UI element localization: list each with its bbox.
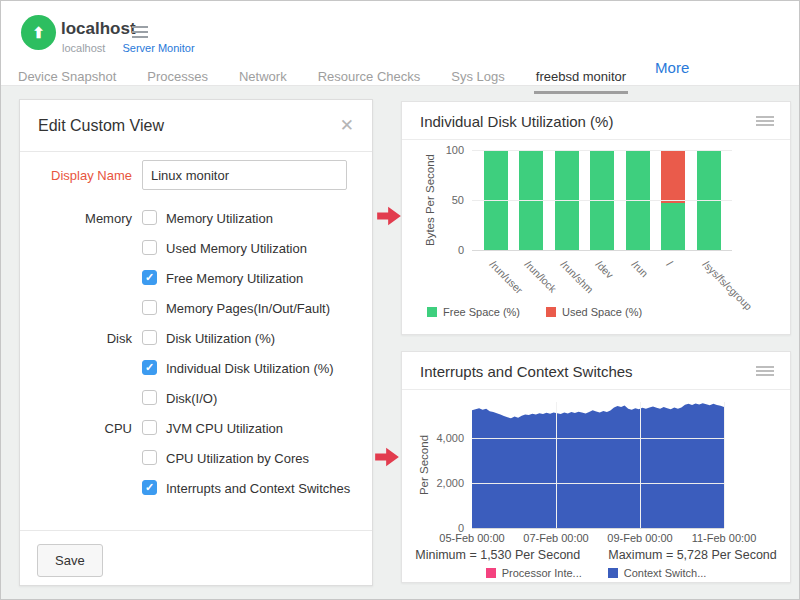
- minimum-value: Minimum = 1,530 Per Second: [415, 548, 580, 562]
- maximum-value: Maximum = 5,728 Per Second: [608, 548, 777, 562]
- dialog-title: Edit Custom View: [38, 117, 164, 135]
- x-axis-label: /run: [629, 258, 650, 279]
- y-axis-tick: 4,000: [430, 432, 464, 444]
- metric-label: Disk Utilization (%): [166, 331, 275, 346]
- x-axis-label: /sys/fs/cgroup: [700, 258, 754, 312]
- chart-legend: Free Space (%)Used Space (%): [427, 306, 642, 318]
- metric-label: JVM CPU Utilization: [166, 421, 283, 436]
- tab-processes[interactable]: Processes: [145, 69, 210, 94]
- legend-item: Processor Inte...: [486, 567, 582, 579]
- unchecked-checkbox[interactable]: [142, 420, 157, 435]
- gridline: [724, 402, 725, 528]
- metric-label: Disk(I/O): [166, 391, 217, 406]
- legend-item: Free Space (%): [427, 306, 520, 318]
- unchecked-checkbox[interactable]: [142, 450, 157, 465]
- close-icon[interactable]: ✕: [340, 117, 354, 134]
- metric-label: Memory Pages(In/Out/Fault): [166, 301, 330, 316]
- display-name-label: Display Name: [20, 168, 132, 183]
- min-max-summary: Minimum = 1,530 Per Second Maximum = 5,7…: [402, 548, 790, 562]
- metric-row: Disk(I/O): [20, 384, 372, 414]
- area-chart-svg: [472, 402, 724, 528]
- metric-label: Individual Disk Utilization (%): [166, 361, 334, 376]
- tab-bar: Device SnapshotProcessesNetworkResource …: [1, 53, 799, 86]
- tab-freebsd-monitor[interactable]: freebsd monitor: [534, 69, 628, 94]
- edit-custom-view-dialog: Edit Custom View ✕ Display Name MemoryMe…: [19, 99, 373, 586]
- gridline: [472, 250, 732, 251]
- arrow-right-icon: [372, 446, 402, 468]
- gridline: [472, 528, 724, 529]
- free-space-segment: [661, 203, 685, 250]
- tab-more[interactable]: More: [655, 59, 689, 85]
- legend-swatch: [427, 307, 437, 317]
- chart-title: Individual Disk Utilization (%): [420, 113, 613, 130]
- x-axis-label: /run/shm: [558, 258, 595, 295]
- chart-title: Interrupts and Context Switches: [420, 363, 633, 380]
- hamburger-icon[interactable]: [132, 26, 148, 41]
- legend-item: Context Switch...: [608, 567, 707, 579]
- x-axis-label: /run/user: [487, 258, 525, 296]
- display-name-row: Display Name: [20, 160, 372, 190]
- gridline: [640, 402, 641, 528]
- chart-menu-icon[interactable]: [756, 366, 774, 378]
- checked-checkbox[interactable]: [142, 480, 157, 495]
- up-arrow-icon: ⬆: [32, 25, 45, 40]
- save-button[interactable]: Save: [37, 544, 103, 577]
- metric-checkbox-list: MemoryMemory UtilizationUsed Memory Util…: [20, 204, 372, 504]
- metric-label: Free Memory Utilization: [166, 271, 303, 286]
- dialog-footer: Save: [20, 530, 372, 586]
- interrupts-chart-panel: Interrupts and Context Switches Per Seco…: [401, 351, 791, 583]
- legend-swatch: [608, 568, 618, 578]
- gridline: [472, 438, 724, 439]
- metric-row: Individual Disk Utilization (%): [20, 354, 372, 384]
- x-axis-label: /run/lock: [523, 258, 560, 295]
- chart-header: Individual Disk Utilization (%): [402, 102, 790, 140]
- checked-checkbox[interactable]: [142, 360, 157, 375]
- gridline: [472, 200, 732, 201]
- y-axis-tick: 50: [430, 194, 464, 206]
- chart-legend: Processor Inte...Context Switch...: [402, 567, 790, 579]
- legend-item: Used Space (%): [546, 306, 642, 318]
- metric-row: DiskDisk Utilization (%): [20, 324, 372, 354]
- chart-header: Interrupts and Context Switches: [402, 352, 790, 390]
- x-axis-label: /dev: [594, 258, 617, 281]
- disk-utilization-chart-panel: Individual Disk Utilization (%) Bytes Pe…: [401, 101, 791, 335]
- metric-row: CPUJVM CPU Utilization: [20, 414, 372, 444]
- header: ⬆ localhost localhost Server Monitor: [1, 1, 799, 53]
- group-label: Memory: [20, 211, 132, 226]
- app-window: ⬆ localhost localhost Server Monitor Dev…: [0, 0, 800, 600]
- tab-network[interactable]: Network: [237, 69, 289, 94]
- unchecked-checkbox[interactable]: [142, 210, 157, 225]
- legend-swatch: [546, 307, 556, 317]
- group-label: CPU: [20, 421, 132, 436]
- checked-checkbox[interactable]: [142, 270, 157, 285]
- metric-label: Interrupts and Context Switches: [166, 481, 350, 496]
- legend-swatch: [486, 568, 496, 578]
- metric-row: CPU Utilization by Cores: [20, 444, 372, 474]
- used-space-segment: [661, 150, 685, 203]
- gridline: [472, 150, 732, 151]
- tab-resource-checks[interactable]: Resource Checks: [316, 69, 423, 94]
- area-chart-plot: [472, 402, 724, 528]
- metric-label: Used Memory Utilization: [166, 241, 307, 256]
- y-axis-tick: 0: [430, 244, 464, 256]
- y-axis-tick: 100: [430, 144, 464, 156]
- page-title: localhost: [61, 19, 136, 39]
- monitor-status-badge: ⬆: [21, 15, 56, 50]
- tab-device-snapshot[interactable]: Device Snapshot: [16, 69, 118, 94]
- x-axis-label: /: [665, 258, 676, 269]
- unchecked-checkbox[interactable]: [142, 300, 157, 315]
- unchecked-checkbox[interactable]: [142, 240, 157, 255]
- chart-menu-icon[interactable]: [756, 116, 774, 128]
- tab-sys-logs[interactable]: Sys Logs: [449, 69, 506, 94]
- group-label: Disk: [20, 331, 132, 346]
- unchecked-checkbox[interactable]: [142, 390, 157, 405]
- gridline: [472, 483, 724, 484]
- x-axis-label: 11-Feb 00:00: [679, 532, 769, 544]
- display-name-input[interactable]: [142, 160, 347, 190]
- arrow-right-icon: [374, 205, 404, 227]
- metric-row: Interrupts and Context Switches: [20, 474, 372, 504]
- metric-label: Memory Utilization: [166, 211, 273, 226]
- dialog-header: Edit Custom View ✕: [20, 100, 372, 152]
- metric-row: MemoryMemory Utilization: [20, 204, 372, 234]
- unchecked-checkbox[interactable]: [142, 330, 157, 345]
